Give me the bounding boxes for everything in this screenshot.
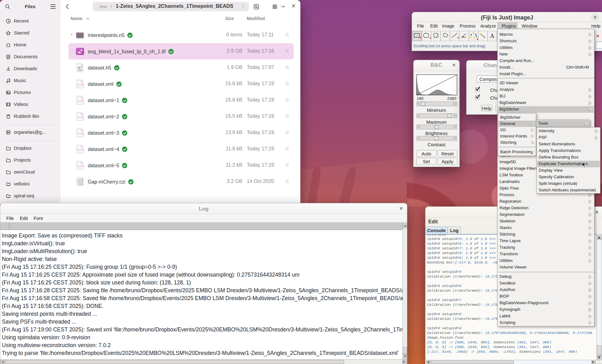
- svg-text:</>: </>: [77, 83, 84, 87]
- svg-text:A: A: [77, 65, 80, 69]
- svg-text:</>: </>: [77, 148, 84, 152]
- svg-text:1001: 1001: [78, 183, 83, 185]
- svg-text:A: A: [490, 33, 494, 39]
- svg-text:</>: </>: [77, 164, 84, 168]
- svg-text:</>: </>: [77, 132, 84, 136]
- svg-text:0100: 0100: [78, 179, 83, 181]
- svg-text:0010: 0010: [78, 181, 83, 183]
- svg-text:</>: </>: [77, 99, 84, 103]
- svg-text:</>: </>: [77, 115, 84, 119]
